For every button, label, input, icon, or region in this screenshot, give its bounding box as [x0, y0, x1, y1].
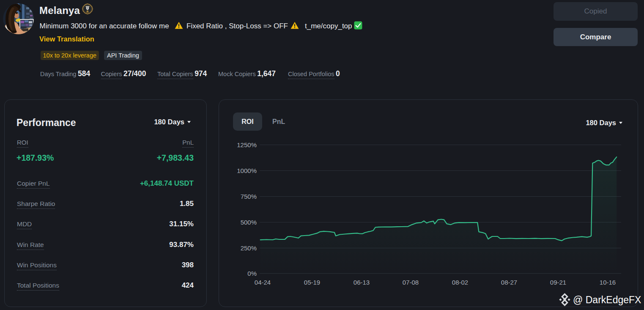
svg-text:06-13: 06-13 [354, 279, 370, 286]
svg-text:07-08: 07-08 [403, 279, 419, 286]
svg-text:250%: 250% [241, 244, 257, 252]
svg-text:05-19: 05-19 [304, 279, 320, 286]
svg-text:08-27: 08-27 [501, 279, 517, 286]
svg-text:1250%: 1250% [237, 141, 257, 148]
svg-text:08-02: 08-02 [452, 279, 468, 286]
svg-text:500%: 500% [241, 219, 257, 226]
svg-text:09-21: 09-21 [550, 279, 566, 286]
svg-text:1000%: 1000% [237, 167, 257, 174]
svg-text:10-16: 10-16 [600, 279, 616, 286]
svg-text:04-24: 04-24 [255, 279, 271, 286]
svg-text:0%: 0% [247, 270, 257, 277]
svg-text:750%: 750% [241, 193, 257, 200]
